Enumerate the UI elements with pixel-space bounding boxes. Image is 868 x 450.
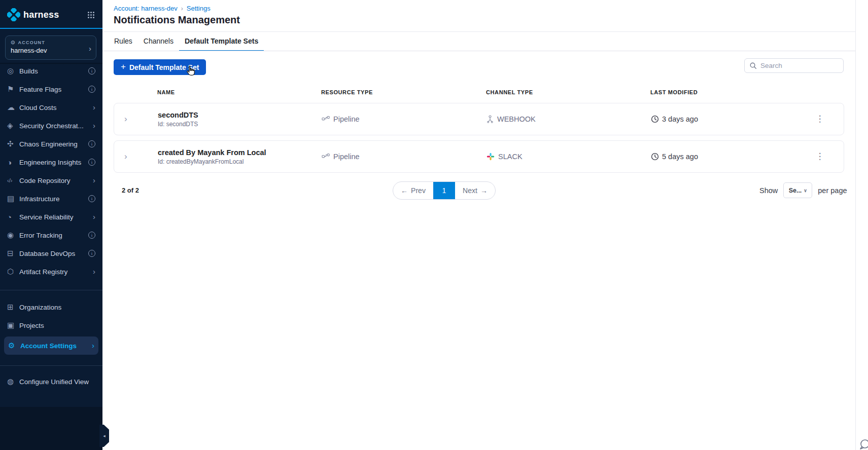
column-header-name: NAME: [157, 89, 321, 95]
sidebar-bottom-block: ? Help v vikram.sahu@harness.io: [0, 407, 102, 450]
clock-icon: [651, 153, 659, 161]
artifact-registry-icon: ⬡: [7, 267, 19, 276]
sidebar-item-configure-unified-view[interactable]: ◍ Configure Unified View: [0, 372, 102, 391]
info-icon[interactable]: [88, 250, 95, 257]
info-icon[interactable]: [88, 86, 95, 93]
account-selector[interactable]: ⊙ ACCOUNT harness-dev ›: [5, 35, 96, 60]
logo-wordmark: harness: [23, 10, 59, 20]
sidebar-item-feature-flags[interactable]: ⚑ Feature Flags: [0, 80, 102, 98]
search-icon: [749, 62, 757, 69]
configure-unified-view-icon: ◍: [7, 377, 19, 386]
tab-bar: Rules Channels Default Template Sets: [109, 32, 264, 51]
column-header-resource-type: RESOURCE TYPE: [321, 89, 486, 95]
prev-page-button[interactable]: ← Prev: [393, 182, 433, 199]
sidebar-item-infrastructure[interactable]: ▤ Infrastructure: [0, 190, 102, 208]
page-size-select[interactable]: Se... ∨: [783, 182, 812, 198]
sidebar-item-artifact-registry[interactable]: ⬡ Artifact Registry: [0, 262, 102, 281]
search-input[interactable]: [760, 62, 839, 69]
chevron-right-icon: [93, 176, 95, 185]
row-name: secondDTS: [158, 111, 322, 119]
builds-icon: ◎: [7, 66, 19, 76]
row-count-label: 2 of 2: [122, 186, 139, 194]
pipeline-icon: [322, 115, 330, 123]
info-icon[interactable]: [88, 67, 95, 74]
logo-row: harness: [7, 7, 96, 22]
code-repository-icon: ‹/›: [7, 177, 19, 183]
collapse-arrow-icon: ◂: [103, 433, 106, 438]
show-label: Show: [759, 186, 778, 195]
page-title: Notifications Management: [114, 14, 240, 26]
database-devops-icon: ⊟: [7, 249, 19, 258]
chevron-right-icon: [93, 212, 95, 221]
page-size-control: Show Se... ∨ per page: [759, 182, 847, 198]
sidebar: harness ⊙ ACCOUNT harness-dev › ◎ Builds…: [0, 0, 102, 450]
chat-bubble-icon[interactable]: [857, 438, 868, 450]
sidebar-item-builds[interactable]: ◎ Builds: [0, 62, 102, 80]
sidebar-item-cloud-costs[interactable]: ☁ Cloud Costs: [0, 98, 102, 117]
infrastructure-icon: ▤: [7, 194, 19, 203]
expand-chevron-icon[interactable]: ›: [114, 114, 158, 124]
row-menu-kebab-icon[interactable]: ⋮: [812, 115, 828, 123]
security-orchestration-icon: ◈: [7, 121, 19, 130]
sidebar-item-error-tracking[interactable]: ◉ Error Tracking: [0, 226, 102, 244]
sidebar-item-code-repository[interactable]: ‹/› Code Repository: [0, 171, 102, 190]
last-modified-cell: 3 days ago: [651, 115, 796, 123]
info-icon[interactable]: [88, 195, 95, 202]
arrow-left-icon: ←: [401, 186, 408, 195]
logo-underline: [0, 28, 102, 29]
sidebar-item-security-orchestration[interactable]: ◈ Security Orchestrat...: [0, 117, 102, 135]
pagination: ← Prev 1 Next →: [393, 181, 496, 200]
breadcrumb-separator: ›: [181, 5, 183, 12]
expand-chevron-icon[interactable]: ›: [114, 152, 158, 162]
table-row[interactable]: › secondDTS Id: secondDTS Pipeline WEBHO…: [114, 103, 844, 135]
row-id: Id: secondDTS: [158, 121, 322, 128]
sidebar-collapse-handle[interactable]: ◂: [99, 425, 109, 447]
sidebar-item-database-devops[interactable]: ⊟ Database DevOps: [0, 244, 102, 262]
breadcrumb: Account: harness-dev›Settings: [114, 5, 211, 12]
harness-logo-icon: [7, 8, 20, 21]
sidebar-item-chaos-engineering[interactable]: ✣ Chaos Engineering: [0, 135, 102, 153]
account-label: ACCOUNT: [18, 40, 45, 45]
feature-flags-icon: ⚑: [7, 85, 19, 94]
pipeline-icon: [322, 153, 330, 161]
sidebar-item-engineering-insights[interactable]: ◑ Engineering Insights: [0, 153, 102, 171]
breadcrumb-settings-link[interactable]: Settings: [187, 5, 211, 12]
breadcrumb-account-link[interactable]: Account: harness-dev: [114, 5, 178, 12]
info-icon[interactable]: [88, 232, 95, 239]
chevron-down-icon: ∨: [804, 188, 807, 193]
channel-type-cell: SLACK: [487, 153, 651, 161]
tab-bar-underline: [102, 51, 855, 51]
app-grid-icon[interactable]: [88, 12, 94, 18]
sidebar-item-service-reliability[interactable]: ◔ Service Reliability: [0, 208, 102, 226]
chevron-right-icon: [93, 267, 95, 276]
info-icon[interactable]: [88, 140, 95, 147]
tab-channels[interactable]: Channels: [138, 32, 179, 51]
sidebar-item-account-settings[interactable]: ⚙ Account Settings: [4, 336, 98, 355]
page-number-button[interactable]: 1: [433, 182, 455, 199]
add-default-template-set-button[interactable]: + Default Template Set: [114, 59, 206, 75]
column-header-last-modified: LAST MODIFIED: [650, 89, 795, 95]
divider: [0, 290, 102, 290]
clock-icon: [651, 115, 659, 123]
table-row[interactable]: › created By Mayank From Local Id: creat…: [114, 140, 844, 173]
info-icon[interactable]: [88, 159, 95, 166]
chevron-right-icon: [92, 341, 94, 350]
organizations-icon: ⊞: [7, 303, 19, 312]
sidebar-item-projects[interactable]: ▣ Projects: [0, 316, 102, 334]
row-menu-kebab-icon[interactable]: ⋮: [812, 152, 828, 161]
chevron-right-icon: [93, 121, 95, 130]
tab-default-template-sets[interactable]: Default Template Sets: [179, 32, 264, 51]
slack-icon: [487, 153, 495, 161]
row-name: created By Mayank From Local: [158, 148, 322, 157]
scrollbar-gutter: [855, 0, 856, 450]
sidebar-item-organizations[interactable]: ⊞ Organizations: [0, 298, 102, 316]
resource-type-cell: Pipeline: [322, 153, 487, 161]
service-reliability-icon: ◔: [7, 213, 19, 221]
error-tracking-icon: ◉: [7, 231, 19, 240]
chevron-right-icon: [93, 103, 95, 112]
next-page-button[interactable]: Next →: [455, 182, 495, 199]
row-id: Id: createdByMayankFromLocal: [158, 158, 322, 165]
account-name: harness-dev: [11, 47, 91, 54]
account-icon: ⊙: [11, 40, 16, 45]
tab-rules[interactable]: Rules: [109, 32, 138, 51]
